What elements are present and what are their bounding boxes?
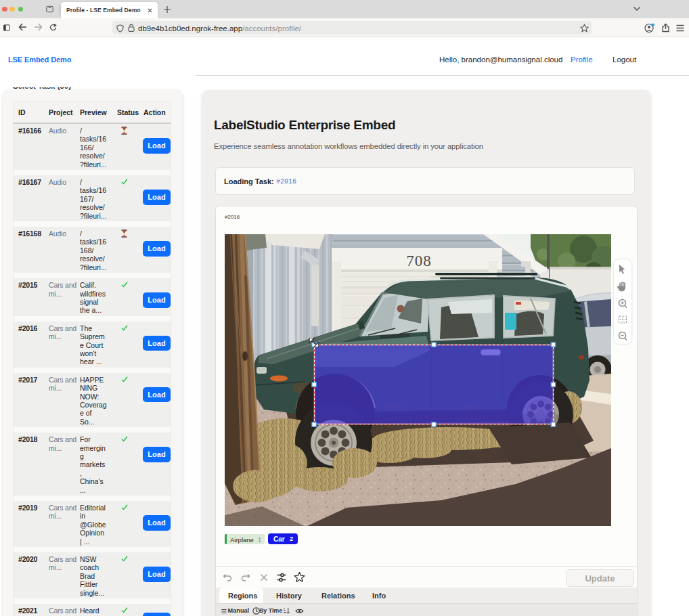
svg-text:708: 708 (406, 252, 432, 269)
